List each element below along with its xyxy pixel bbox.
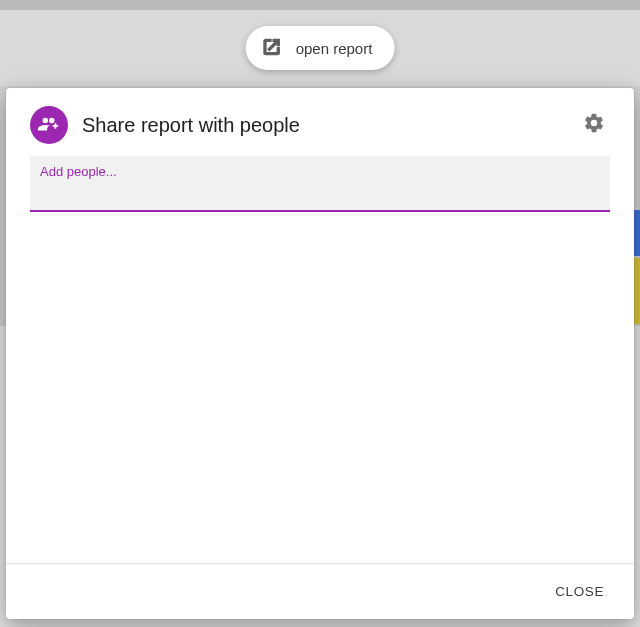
background-accent [634, 258, 640, 324]
modal-header: Share report with people [6, 88, 634, 156]
gear-icon [583, 112, 605, 138]
close-button[interactable]: CLOSE [547, 578, 612, 605]
modal-body [6, 212, 634, 563]
add-people-field-wrap[interactable]: Add people... [30, 156, 610, 212]
add-people-label: Add people... [40, 164, 600, 179]
open-external-icon [262, 37, 282, 60]
settings-button[interactable] [578, 109, 610, 141]
modal-footer: CLOSE [6, 563, 634, 619]
group-add-icon [30, 106, 68, 144]
share-modal: Share report with people Add people... C… [6, 88, 634, 619]
background-accent [634, 210, 640, 256]
background-top [0, 0, 640, 10]
add-people-input[interactable] [40, 181, 600, 210]
open-report-button[interactable]: open report [246, 26, 395, 70]
open-report-label: open report [296, 40, 373, 57]
modal-title: Share report with people [82, 114, 564, 137]
